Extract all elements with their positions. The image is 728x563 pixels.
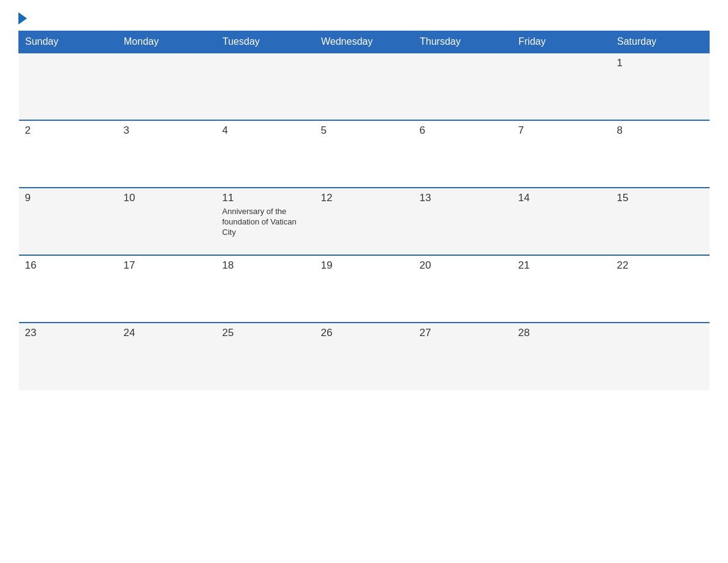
weekday-header-tuesday: Tuesday xyxy=(216,31,315,53)
weekday-header-thursday: Thursday xyxy=(414,31,512,53)
day-number: 25 xyxy=(222,327,309,339)
calendar-page: SundayMondayTuesdayWednesdayThursdayFrid… xyxy=(0,0,728,563)
calendar-cell: 22 xyxy=(611,255,710,323)
calendar-cell: 16 xyxy=(19,255,118,323)
calendar-cell: 18 xyxy=(216,255,315,323)
calendar-cell: 13 xyxy=(414,188,512,255)
day-number: 5 xyxy=(321,124,408,137)
day-number: 12 xyxy=(321,192,408,204)
calendar-cell: 25 xyxy=(216,323,315,390)
calendar-week-row: 91011Anniversary of the foundation of Va… xyxy=(19,188,710,255)
calendar-cell xyxy=(19,53,118,120)
day-number: 22 xyxy=(617,259,703,272)
calendar-cell: 2 xyxy=(19,120,118,188)
day-number: 28 xyxy=(518,327,605,339)
day-number: 6 xyxy=(420,124,506,137)
day-number: 4 xyxy=(222,124,309,137)
day-number: 20 xyxy=(420,259,506,272)
calendar-cell: 20 xyxy=(414,255,512,323)
day-number: 26 xyxy=(321,327,408,339)
day-number: 21 xyxy=(518,259,605,272)
day-number: 1 xyxy=(617,57,703,69)
calendar-cell: 28 xyxy=(512,323,611,390)
weekday-header-monday: Monday xyxy=(118,31,216,53)
logo xyxy=(18,12,27,25)
calendar-cell: 3 xyxy=(118,120,216,188)
day-number: 23 xyxy=(25,327,112,339)
calendar-cell: 6 xyxy=(414,120,512,188)
day-number: 13 xyxy=(420,192,506,204)
calendar-cell: 5 xyxy=(315,120,414,188)
logo-triangle-icon xyxy=(18,12,27,25)
calendar-week-row: 1 xyxy=(19,53,710,120)
day-number: 17 xyxy=(124,259,210,272)
day-number: 2 xyxy=(25,124,112,137)
weekday-header-row: SundayMondayTuesdayWednesdayThursdayFrid… xyxy=(19,31,710,53)
calendar-cell: 9 xyxy=(19,188,118,255)
day-number: 9 xyxy=(25,192,112,204)
calendar-cell: 1 xyxy=(611,53,710,120)
calendar-week-row: 16171819202122 xyxy=(19,255,710,323)
weekday-header-friday: Friday xyxy=(512,31,611,53)
calendar-cell: 12 xyxy=(315,188,414,255)
calendar-cell xyxy=(118,53,216,120)
calendar-cell: 27 xyxy=(414,323,512,390)
calendar-cell: 26 xyxy=(315,323,414,390)
calendar-cell: 7 xyxy=(512,120,611,188)
day-number: 19 xyxy=(321,259,408,272)
calendar-cell xyxy=(315,53,414,120)
calendar-cell: 19 xyxy=(315,255,414,323)
weekday-header-saturday: Saturday xyxy=(611,31,710,53)
calendar-cell: 23 xyxy=(19,323,118,390)
calendar-week-row: 2345678 xyxy=(19,120,710,188)
calendar-week-row: 232425262728 xyxy=(19,323,710,390)
day-number: 7 xyxy=(518,124,605,137)
calendar-table: SundayMondayTuesdayWednesdayThursdayFrid… xyxy=(18,31,710,390)
day-number: 14 xyxy=(518,192,605,204)
day-number: 8 xyxy=(617,124,703,137)
day-number: 24 xyxy=(124,327,210,339)
day-number: 10 xyxy=(124,192,210,204)
day-number: 27 xyxy=(420,327,506,339)
day-number: 18 xyxy=(222,259,309,272)
calendar-cell xyxy=(216,53,315,120)
calendar-cell: 11Anniversary of the foundation of Vatic… xyxy=(216,188,315,255)
event-label: Anniversary of the foundation of Vatican… xyxy=(222,207,309,238)
calendar-cell xyxy=(414,53,512,120)
calendar-cell: 14 xyxy=(512,188,611,255)
calendar-cell: 8 xyxy=(611,120,710,188)
day-number: 3 xyxy=(124,124,210,137)
day-number: 16 xyxy=(25,259,112,272)
calendar-cell: 24 xyxy=(118,323,216,390)
calendar-cell: 21 xyxy=(512,255,611,323)
day-number: 15 xyxy=(617,192,703,204)
calendar-cell: 17 xyxy=(118,255,216,323)
header xyxy=(18,12,710,25)
calendar-cell: 4 xyxy=(216,120,315,188)
calendar-cell xyxy=(611,323,710,390)
calendar-cell: 15 xyxy=(611,188,710,255)
calendar-cell: 10 xyxy=(118,188,216,255)
weekday-header-sunday: Sunday xyxy=(19,31,118,53)
day-number: 11 xyxy=(222,192,309,204)
calendar-cell xyxy=(512,53,611,120)
weekday-header-wednesday: Wednesday xyxy=(315,31,414,53)
